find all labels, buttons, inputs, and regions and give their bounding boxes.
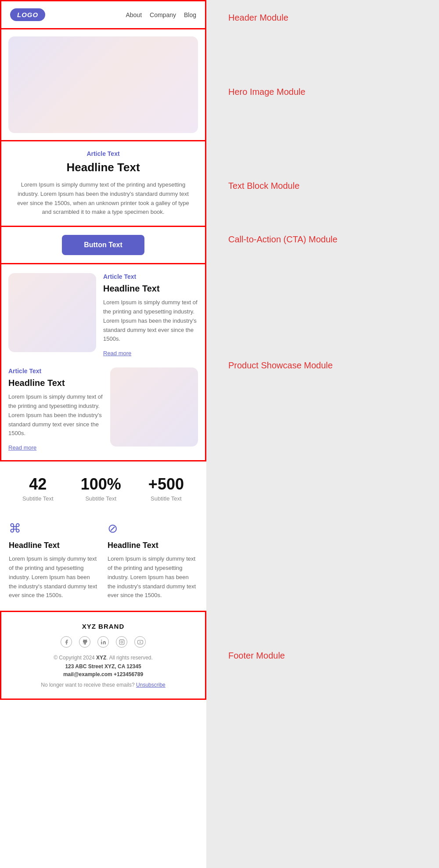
features-label-wrapper [220,519,439,615]
footer-email: mail@example.com [63,671,112,677]
footer-icon-linkedin[interactable] [97,636,109,648]
footer-icon-facebook[interactable] [61,636,72,648]
footer-module-label-wrapper: Footer Module [220,615,439,696]
header-module: LOGO About Company Blog [0,0,206,29]
feature-headline-0: Headline Text [9,541,99,550]
showcase-row-2: Article Text Headline Text Lorem Ipsum i… [8,367,198,451]
footer-brand-name: XYZ [96,655,106,661]
stats-section: 42 Subtitle Text 100% Subtitle Text +500… [0,461,206,511]
cta-module-label: Call-to-Action (CTA) Module [228,234,338,245]
nav-links: About Company Blog [126,11,196,18]
stats-label-wrapper [220,475,439,519]
svg-rect-1 [119,640,124,645]
showcase-module-label: Product Showcase Module [228,360,333,371]
footer-icon-instagram[interactable] [116,636,127,648]
hero-image [8,36,198,133]
text-block-headline: Headline Text [14,161,192,174]
nav-about[interactable]: About [126,11,142,18]
text-block-body: Lorem Ipsum is simply dummy text of the … [14,180,192,217]
right-panel: Header Module Hero Image Module Text Blo… [206,0,439,868]
footer-brand: XYZ BRAND [10,623,196,630]
product-headline-1: Headline Text [103,284,198,294]
footer-icon-github[interactable] [79,636,90,648]
product-image-2 [110,367,198,447]
product-body-1: Lorem Ipsum is simply dummy text of the … [103,298,198,344]
cta-module: Button Text [0,227,206,264]
footer-icon-youtube[interactable] [134,636,146,648]
nav-company[interactable]: Company [150,11,176,18]
feature-body-0: Lorem Ipsum is simply dummy text of the … [9,555,99,600]
product-showcase-module: Article Text Headline Text Lorem Ipsum i… [0,264,206,461]
logo: LOGO [10,8,45,21]
feature-icon-0: ⌘ [9,521,99,536]
feature-icon-1: ⊘ [108,521,198,536]
footer-icons [10,636,196,648]
left-panel: LOGO About Company Blog Article Text Hea… [0,0,206,868]
stat-number-2: +500 [148,475,184,493]
header-module-label: Header Module [228,13,288,23]
cta-module-label-wrapper: Call-to-Action (CTA) Module [220,223,439,256]
stat-subtitle-2: Subtitle Text [148,495,184,502]
footer-module: XYZ BRAND © Copyright 2024 [0,611,206,700]
product-image-1 [8,273,96,352]
text-block-article-label: Article Text [14,150,192,157]
product-text-2: Article Text Headline Text Lorem Ipsum i… [8,367,103,451]
header-module-label-wrapper: Header Module [220,0,439,35]
product-article-label-1: Article Text [103,273,198,280]
product-text-1: Article Text Headline Text Lorem Ipsum i… [103,273,198,357]
product-headline-2: Headline Text [8,378,103,388]
product-article-label-2: Article Text [8,367,103,375]
hero-module-label: Hero Image Module [228,87,306,97]
stat-number-0: 42 [22,475,54,493]
text-block-module-label-wrapper: Text Block Module [220,148,439,223]
hero-module-label-wrapper: Hero Image Module [220,35,439,148]
feature-body-1: Lorem Ipsum is simply dummy text of the … [108,555,198,600]
footer-contact: mail@example.com +123456789 [10,671,196,677]
unsubscribe-link[interactable]: Unsubscribe [136,682,166,688]
feature-item-1: ⊘ Headline Text Lorem Ipsum is simply du… [108,521,198,600]
svg-point-0 [101,640,102,641]
stat-item-2: +500 Subtitle Text [148,475,184,502]
read-more-1[interactable]: Read more [103,350,131,357]
feature-headline-1: Headline Text [108,541,198,550]
footer-copyright: © Copyright 2024 XYZ. All rights reserve… [10,655,196,661]
cta-button[interactable]: Button Text [62,235,144,255]
text-block-module-label: Text Block Module [228,181,299,191]
showcase-row-1: Article Text Headline Text Lorem Ipsum i… [8,273,198,357]
stat-subtitle-0: Subtitle Text [22,495,54,502]
footer-address: 123 ABC Street XYZ, CA 12345 [10,663,196,670]
footer-module-label: Footer Module [228,651,285,661]
feature-item-0: ⌘ Headline Text Lorem Ipsum is simply du… [9,521,99,600]
page-layout: LOGO About Company Blog Article Text Hea… [0,0,439,868]
nav-blog[interactable]: Blog [184,11,196,18]
showcase-module-label-wrapper: Product Showcase Module [220,256,439,475]
svg-marker-3 [140,641,141,643]
features-section: ⌘ Headline Text Lorem Ipsum is simply du… [0,511,206,611]
read-more-2[interactable]: Read more [8,444,36,451]
stat-number-1: 100% [81,475,121,493]
text-block-module: Article Text Headline Text Lorem Ipsum i… [0,141,206,227]
stat-item-1: 100% Subtitle Text [81,475,121,502]
stat-subtitle-1: Subtitle Text [81,495,121,502]
stat-item-0: 42 Subtitle Text [22,475,54,502]
hero-image-module [0,29,206,141]
product-body-2: Lorem Ipsum is simply dummy text of the … [8,393,103,438]
footer-unsubscribe: No longer want to receive these emails? … [10,682,196,688]
